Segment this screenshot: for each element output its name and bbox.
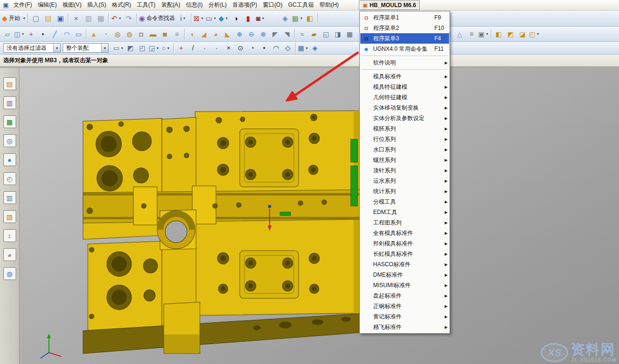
- history-icon[interactable]: ◴: [3, 172, 16, 185]
- pattern-feature-icon[interactable]: ▦: [344, 28, 356, 39]
- paste-icon[interactable]: ▦: [94, 12, 107, 24]
- delete-face-icon[interactable]: ◩: [505, 28, 516, 39]
- pocket-icon[interactable]: ◘: [135, 28, 147, 39]
- control-point-icon[interactable]: ·: [211, 43, 223, 54]
- move-object-icon[interactable]: ◧: [304, 12, 316, 24]
- revolve-icon[interactable]: ◔: [100, 28, 112, 39]
- capture-icon[interactable]: ⊠▼: [193, 12, 205, 24]
- display-window-icon[interactable]: ▭▼: [205, 12, 217, 24]
- undo-icon[interactable]: ↶▼: [110, 12, 122, 24]
- split-body-icon[interactable]: ◥: [281, 28, 293, 39]
- dropdown-arrow-icon[interactable]: ▼: [213, 17, 216, 20]
- scale-body-icon[interactable]: ◱: [320, 28, 332, 39]
- lasso-icon[interactable]: ○▼: [160, 43, 172, 54]
- render-style-icon[interactable]: ◙▼: [254, 12, 267, 24]
- direct-sketch-icon[interactable]: ▱: [1, 28, 13, 39]
- dropdown-arrow-icon[interactable]: ▼: [183, 17, 186, 20]
- context-submenu-item[interactable]: 正钢标准件▶: [360, 301, 449, 311]
- intersect-icon[interactable]: ⊗: [257, 28, 269, 39]
- rib-icon[interactable]: ≡: [171, 28, 183, 39]
- redo-icon[interactable]: ↷: [122, 12, 135, 24]
- context-submenu-item[interactable]: 工程图系列▶: [360, 217, 449, 228]
- web-browser-icon[interactable]: ●: [3, 153, 16, 166]
- dropdown-arrow-icon[interactable]: ▼: [536, 32, 540, 36]
- menu-item[interactable]: 信息(I): [183, 0, 206, 10]
- context-submenu-item[interactable]: 盘起标准件▶: [360, 290, 449, 301]
- arc-icon[interactable]: ◠: [61, 28, 73, 39]
- view-orient-icon[interactable]: ◈: [309, 43, 321, 54]
- draft-icon[interactable]: ◢: [198, 28, 210, 39]
- resize-face-icon[interactable]: ◰▼: [528, 28, 540, 39]
- context-submenu-item[interactable]: EDM工具▶: [360, 207, 449, 217]
- context-submenu-item[interactable]: 模具标准件▶: [360, 71, 449, 82]
- chamfer-icon[interactable]: ◣: [222, 28, 234, 39]
- context-submenu-item[interactable]: DME标准件▶: [360, 270, 449, 280]
- context-submenu-item[interactable]: 全有模具标准件▶: [360, 228, 449, 238]
- context-submenu-item[interactable]: 模胚系列▶: [360, 123, 449, 134]
- dropdown-arrow-icon[interactable]: ▼: [300, 17, 303, 20]
- point-icon[interactable]: •: [37, 28, 49, 39]
- top-selection-icon[interactable]: ◰: [136, 43, 148, 54]
- constraint-navigator-icon[interactable]: ▥: [3, 96, 16, 109]
- bounded-grid-icon[interactable]: ▦▼: [297, 43, 309, 54]
- work-layer-icon[interactable]: ▭▼: [113, 43, 124, 54]
- menu-item[interactable]: 分析(L): [206, 0, 230, 10]
- context-submenu-item[interactable]: HASCO标准件▶: [360, 259, 449, 270]
- shell-icon[interactable]: ◖: [186, 28, 198, 39]
- image-gallery-icon[interactable]: ◍: [3, 267, 16, 280]
- boss-icon[interactable]: ◍: [123, 28, 135, 39]
- selection-scope-combo[interactable]: 整个装配 ▼: [63, 43, 109, 53]
- wireframe-tool-icon[interactable]: ▮: [242, 12, 254, 24]
- dropdown-arrow-icon[interactable]: ▼: [23, 17, 26, 20]
- context-menu-item[interactable]: ◘程序菜单2F10: [360, 23, 449, 33]
- save-icon[interactable]: ▣: [54, 12, 66, 24]
- intersection-point-icon[interactable]: ×: [223, 43, 234, 54]
- menu-item[interactable]: GC工具箱: [285, 0, 317, 10]
- graphics-window[interactable]: XS 资料网 ZL.XS1616.COM: [19, 68, 619, 364]
- mid-point-icon[interactable]: ∙: [199, 43, 211, 54]
- dropdown-arrow-icon[interactable]: ▼: [262, 17, 265, 20]
- dropdown-arrow-icon[interactable]: ▼: [486, 32, 489, 36]
- context-menu-item[interactable]: ◘程序菜单1F9: [360, 12, 449, 23]
- context-submenu-item[interactable]: 长虹模具标准件▶: [360, 249, 449, 259]
- dropdown-arrow-icon[interactable]: ▼: [121, 47, 124, 50]
- context-submenu-item[interactable]: 精飞标准件▶: [360, 322, 449, 332]
- context-submenu-item[interactable]: 软件说明▶: [360, 57, 449, 68]
- highlight-selection-icon[interactable]: ◩: [124, 43, 136, 54]
- assembly-navigator-icon[interactable]: ▤: [3, 77, 16, 90]
- menu-item[interactable]: 文件(F): [10, 0, 35, 10]
- replace-face-icon[interactable]: ◪: [516, 28, 528, 39]
- dropdown-arrow-icon[interactable]: ▼: [200, 17, 204, 20]
- point-on-curve-icon[interactable]: ◠: [270, 43, 282, 54]
- dropdown-arrow-icon[interactable]: ▼: [156, 47, 159, 50]
- menu-item[interactable]: 工具(T): [134, 0, 158, 10]
- pad-icon[interactable]: ▬: [147, 28, 159, 39]
- extrude-icon[interactable]: ▲: [88, 28, 100, 39]
- menu-item[interactable]: 格式(R): [109, 0, 134, 10]
- snapshot-icon[interactable]: ▣▼: [478, 28, 489, 39]
- unite-icon[interactable]: ⊕: [234, 28, 245, 39]
- cut-icon[interactable]: ×: [70, 12, 82, 24]
- background-color-icon[interactable]: ▭: [267, 12, 279, 24]
- context-submenu-item[interactable]: 实体分析及参数设定▶: [360, 113, 449, 123]
- rectangle-icon[interactable]: ▭: [73, 28, 84, 39]
- context-menu-item[interactable]: ◘程序菜单3F4: [360, 33, 449, 44]
- quadrant-point-icon[interactable]: ◔: [246, 43, 258, 54]
- context-submenu-item[interactable]: 分模工具▶: [360, 196, 449, 207]
- datum-plane-icon[interactable]: ◫▼: [13, 28, 25, 39]
- trim-body-icon[interactable]: ◤: [269, 28, 281, 39]
- context-submenu-item[interactable]: MISUMI标准件▶: [360, 280, 449, 290]
- menu-item[interactable]: 帮助(H): [317, 0, 342, 10]
- menu-item[interactable]: 插入(S): [84, 0, 109, 10]
- context-menu-item[interactable]: ◆UGNX4.0 常用命令集F11: [360, 44, 449, 54]
- copy-icon[interactable]: ▥: [82, 12, 94, 24]
- context-submenu-item[interactable]: 行位系列▶: [360, 134, 449, 144]
- view-cube-icon[interactable]: ◆▼: [217, 12, 230, 24]
- open-folder-icon[interactable]: ▤: [42, 12, 54, 24]
- thicken-icon[interactable]: ▰: [308, 28, 320, 39]
- arc-center-icon[interactable]: ⊙: [234, 43, 246, 54]
- dropdown-arrow-icon[interactable]: ▼: [167, 47, 170, 50]
- point-on-face-icon[interactable]: ◇: [282, 43, 294, 54]
- end-point-icon[interactable]: /: [187, 43, 199, 54]
- new-file-icon[interactable]: ▢: [29, 12, 42, 24]
